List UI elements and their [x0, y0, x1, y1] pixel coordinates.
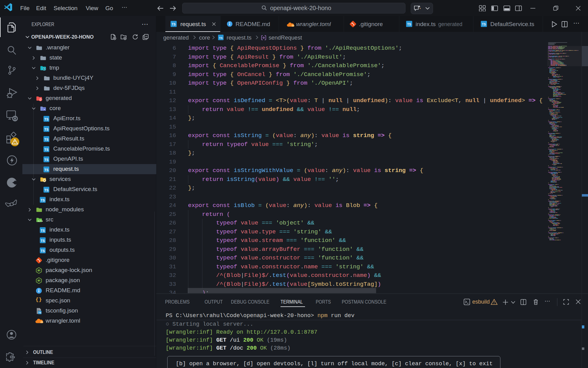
- svg-text:TS: TS: [38, 311, 41, 314]
